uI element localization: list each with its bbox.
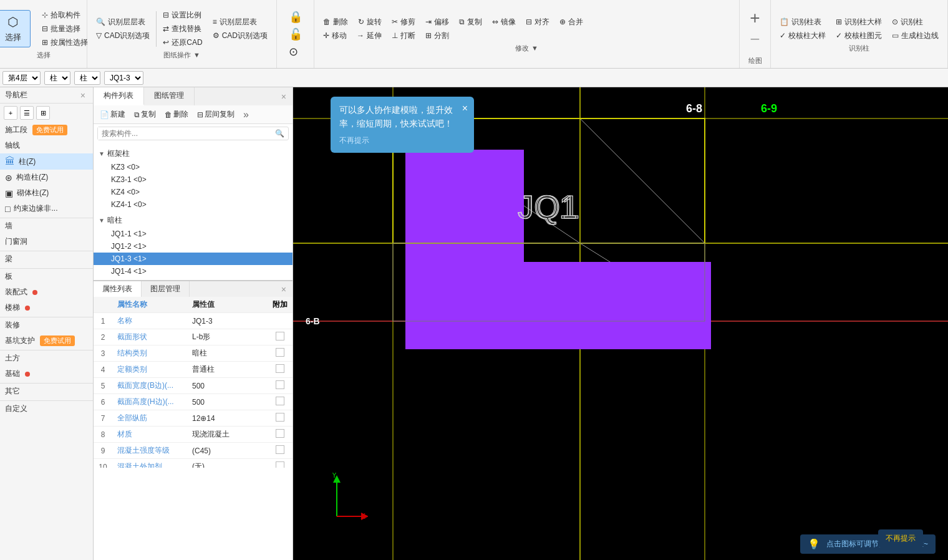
delete-btn[interactable]: 🗑 删除 <box>319 16 352 29</box>
sidebar-item-jichu[interactable]: 基础 <box>0 366 93 382</box>
recog-detail-btn[interactable]: ⊞ 识别柱大样 <box>832 16 886 29</box>
name-select[interactable]: JQ1-3 <box>104 71 143 85</box>
tree-item-kz4[interactable]: KZ4 <0> <box>94 186 293 198</box>
tree-item-jq1-3[interactable]: JQ1-3 <1> <box>94 253 293 265</box>
recog-cad-btn[interactable]: ⊙ <box>285 44 306 60</box>
tab-component-list[interactable]: 构件列表 <box>94 87 144 105</box>
move-btn[interactable]: ✛ 移动 <box>319 29 351 42</box>
tab-drawing-mgmt[interactable]: 图纸管理 <box>144 87 195 105</box>
sidebar-item-qiti[interactable]: ▣ 砌体柱(Z) <box>0 185 93 201</box>
props-panel-close[interactable]: × <box>279 284 289 294</box>
tab-props-list[interactable]: 属性列表 <box>94 281 142 297</box>
props-value[interactable]: 暗柱 <box>187 345 268 362</box>
new-btn[interactable]: 📄 新建 <box>97 108 128 121</box>
attr-select-btn[interactable]: ⊞ 按属性选择 <box>38 36 92 49</box>
restore-cad-btn[interactable]: ↩ 还原CAD <box>159 36 206 49</box>
sidebar-item-construction[interactable]: 施工段 免费试用 <box>0 122 93 138</box>
props-checkbox[interactable] <box>276 445 284 454</box>
sidebar-item-zhuangpei[interactable]: 装配式 <box>0 284 93 300</box>
merge-btn[interactable]: ⊕ 合并 <box>556 16 587 29</box>
tree-item-jq1-2[interactable]: JQ1-2 <1> <box>94 240 293 253</box>
filter-btn[interactable]: ▽ CAD识别选项 <box>92 29 153 42</box>
props-value[interactable]: 500 <box>187 378 268 394</box>
props-value[interactable]: 普通柱 <box>187 362 268 378</box>
find-replace-btn[interactable]: ⇄ 查找替换 <box>159 22 206 36</box>
more-btn[interactable]: » <box>241 109 251 120</box>
find-shape-btn[interactable]: 🔍 识别层层表 <box>92 16 153 29</box>
tree-item-jq1-4[interactable]: JQ1-4 <1> <box>94 265 293 278</box>
mirror-btn[interactable]: ⇔ 镜像 <box>488 16 520 29</box>
props-value[interactable]: (无) <box>187 459 268 468</box>
sidebar-item-gouzao[interactable]: ⊛ 构造柱(Z) <box>0 170 93 185</box>
component-search-input[interactable] <box>98 127 271 140</box>
props-checkbox[interactable] <box>276 397 284 405</box>
sidebar-item-zhu[interactable]: 🏛 柱(Z) <box>0 153 93 170</box>
trim-btn[interactable]: ✂ 修剪 <box>388 16 419 29</box>
tab-layer-mgmt[interactable]: 图层管理 <box>142 281 190 297</box>
props-checkbox[interactable] <box>276 413 284 422</box>
tree-group-anzhu-header[interactable]: ▼ 暗柱 <box>94 213 293 228</box>
props-name[interactable]: 截面高度(H边)(... <box>112 394 187 410</box>
props-name[interactable]: 截面形状 <box>112 329 187 345</box>
props-name[interactable]: 定额类别 <box>112 362 187 378</box>
props-value[interactable]: L-b形 <box>187 329 268 345</box>
tooltip-close-btn[interactable]: × <box>462 100 468 117</box>
sidebar-nav-plus[interactable]: + <box>4 106 17 120</box>
props-name[interactable]: 混凝土强度等级 <box>112 443 187 459</box>
select-all-btn[interactable]: ⬡ 选择 <box>0 10 31 47</box>
props-checkbox[interactable] <box>276 332 284 340</box>
break-btn[interactable]: ⊥ 打断 <box>388 29 419 42</box>
recog-col-btn[interactable]: ⊙ 识别柱 <box>888 16 942 29</box>
layer-select[interactable]: 第4层 <box>2 71 41 85</box>
props-value[interactable]: 500 <box>187 394 268 410</box>
tree-item-kz3-1[interactable]: KZ3-1 <0> <box>94 173 293 186</box>
type1-select[interactable]: 柱 <box>44 71 70 85</box>
sidebar-item-louti[interactable]: 楼梯 <box>0 300 93 316</box>
props-value[interactable]: 现浇混凝土 <box>187 427 268 443</box>
delete-component-btn[interactable]: 🗑 删除 <box>162 108 191 121</box>
sidebar-item-yueshu[interactable]: □ 约束边缘非... <box>0 201 93 216</box>
check-element-btn[interactable]: ✓ 校核柱图元 <box>832 29 886 42</box>
props-name[interactable]: 混凝土外加剂 <box>112 459 187 468</box>
props-name[interactable]: 全部纵筋 <box>112 410 187 427</box>
unlock-btn[interactable]: 🔓 <box>285 26 306 42</box>
tooltip-no-remind-btn[interactable]: 不再提示 <box>339 135 465 147</box>
sidebar-close-btn[interactable]: × <box>78 90 88 100</box>
check-column-btn[interactable]: ✓ 校核柱大样 <box>776 29 830 42</box>
type2-select[interactable]: 柱 <box>74 71 100 85</box>
props-name[interactable]: 材质 <box>112 427 187 443</box>
sidebar-nav-list[interactable]: ☰ <box>20 106 34 120</box>
copy-component-btn[interactable]: ⧉ 复制 <box>132 108 158 121</box>
props-checkbox[interactable] <box>276 429 284 438</box>
gen-edge-btn[interactable]: ▭ 生成柱边线 <box>888 29 942 42</box>
props-value[interactable]: 12⊕14 <box>187 410 268 427</box>
sidebar-item-jikeng[interactable]: 基坑支护 免费试用 <box>0 333 93 349</box>
copy-btn[interactable]: ⧉ 复制 <box>455 16 486 29</box>
align-btn[interactable]: ⊟ 对齐 <box>522 16 553 29</box>
split-btn[interactable]: ⊞ 分割 <box>422 29 453 42</box>
props-value[interactable]: (C45) <box>187 443 268 459</box>
lock-btn[interactable]: 🔒 <box>285 9 306 25</box>
batch-select-btn[interactable]: ⊟ 批量选择 <box>38 22 92 36</box>
component-panel-close[interactable]: × <box>279 92 289 102</box>
sidebar-nav-grid[interactable]: ⊞ <box>36 106 50 120</box>
pickup-btn[interactable]: ⊹ 拾取构件 <box>38 9 92 22</box>
status-no-remind-btn[interactable]: 不再提示 <box>878 529 923 548</box>
extend-btn[interactable]: → 延伸 <box>353 29 385 42</box>
tree-group-kuangjia-header[interactable]: ▼ 框架柱 <box>94 147 293 161</box>
cad-canvas[interactable]: JQ1 JQ1 6-8 6-9 6-B <box>293 87 948 560</box>
offset-btn[interactable]: ⇥ 偏移 <box>422 16 453 29</box>
rotate-btn[interactable]: ↻ 旋转 <box>354 16 385 29</box>
sidebar-item-menchuang[interactable]: 门窗洞 <box>0 234 93 249</box>
props-name[interactable]: 名称 <box>112 313 187 329</box>
draw-plus-btn[interactable]: + <box>750 8 760 28</box>
recog-layer-btn[interactable]: ≡ 识别层层表 <box>209 16 271 29</box>
props-checkbox[interactable] <box>276 461 284 468</box>
sidebar-item-axis[interactable]: 轴线 <box>0 138 93 153</box>
set-scale-btn[interactable]: ⊟ 设置比例 <box>159 9 206 22</box>
props-value[interactable]: JQ1-3 <box>187 313 268 329</box>
cad-options-btn[interactable]: ⚙ CAD识别选项 <box>209 29 271 42</box>
props-checkbox[interactable] <box>276 348 284 357</box>
draw-minus-btn[interactable]: − <box>750 29 760 49</box>
recog-table-btn[interactable]: 📋 识别柱表 <box>776 16 830 29</box>
